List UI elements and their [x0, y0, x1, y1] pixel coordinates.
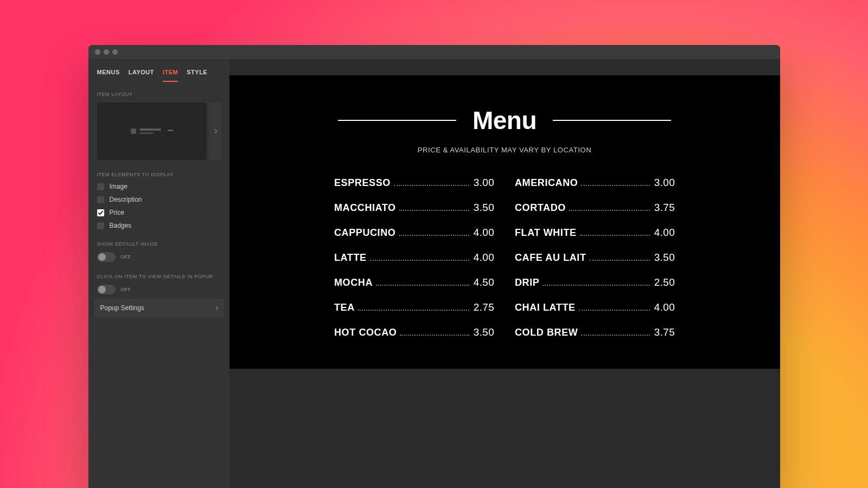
- menu-item[interactable]: CAFE AU LAIT3.50: [515, 252, 675, 264]
- menu-item-price: 3.75: [654, 202, 675, 214]
- menu-item-dots: [358, 310, 469, 311]
- menu-item-dots: [542, 285, 649, 286]
- menu-item-price: 4.00: [474, 227, 494, 239]
- menu-item[interactable]: LATTE4.00: [334, 252, 494, 264]
- tab-item[interactable]: ITEM: [163, 69, 178, 82]
- menu-item-price: 3.75: [654, 326, 675, 338]
- menu-item-dots: [590, 260, 650, 261]
- menu-item[interactable]: DRIP2.50: [515, 277, 675, 288]
- menu-item-dots: [400, 335, 469, 336]
- menu-item-name: CAFE AU LAIT: [515, 252, 586, 264]
- menu-item-dots: [581, 185, 649, 186]
- menu-item[interactable]: AMERICANO3.00: [515, 177, 675, 189]
- menu-item-name: TEA: [334, 302, 355, 313]
- layout-preview-graphic: [131, 129, 173, 134]
- sidebar: MENUSLAYOUTITEMSTYLE ITEM LAYOUT: [88, 59, 229, 488]
- checkbox-label: Price: [110, 209, 124, 216]
- item-layout-option[interactable]: [97, 102, 207, 160]
- window-dot-min[interactable]: [104, 49, 109, 55]
- section-item-layout: ITEM LAYOUT: [88, 82, 229, 162]
- window-dot-max[interactable]: [112, 49, 118, 55]
- default-image-toggle[interactable]: [97, 252, 116, 262]
- menu-columns: ESPRESSO3.00MACCHIATO3.50CAPPUCINO4.00LA…: [257, 177, 753, 338]
- checkbox-price[interactable]: Price: [97, 209, 221, 216]
- popup-settings-label: Popup Settings: [100, 304, 144, 312]
- popup-toggle-state: OFF: [121, 287, 131, 292]
- popup-toggle[interactable]: [97, 285, 116, 294]
- menu-item-name: AMERICANO: [515, 177, 578, 189]
- menu-column: ESPRESSO3.00MACCHIATO3.50CAPPUCINO4.00LA…: [334, 177, 494, 338]
- menu-rule-left: [338, 120, 456, 121]
- menu-item[interactable]: CHAI LATTE4.00: [515, 301, 675, 313]
- checkbox-description[interactable]: Description: [97, 196, 221, 203]
- menu-item-name: ESPRESSO: [334, 177, 391, 189]
- menu-item[interactable]: HOT COCAO3.50: [334, 326, 494, 338]
- window-titlebar: [88, 45, 780, 59]
- preview-canvas: Menu PRICE & AVAILABILITY MAY VARY BY LO…: [229, 59, 780, 488]
- window-dot-close[interactable]: [95, 49, 100, 55]
- menu-item-price: 4.50: [474, 277, 494, 288]
- menu-item[interactable]: MOCHA4.50: [334, 277, 494, 288]
- checkbox-box: [97, 196, 104, 203]
- menu-item-dots: [394, 185, 469, 186]
- menu-title: Menu: [473, 106, 537, 135]
- menu-item-price: 3.00: [654, 177, 675, 189]
- checkbox-image[interactable]: Image: [97, 183, 221, 190]
- menu-item-name: CAPPUCINO: [334, 227, 395, 239]
- menu-item-dots: [399, 235, 469, 236]
- sidebar-tabs: MENUSLAYOUTITEMSTYLE: [88, 59, 229, 82]
- menu-item-name: CORTADO: [515, 202, 566, 214]
- chevron-right-icon: [212, 129, 216, 133]
- checkbox-box: [97, 183, 104, 190]
- section-label-item-layout: ITEM LAYOUT: [97, 92, 221, 97]
- menu-item-dots: [569, 210, 650, 211]
- checkbox-label: Badges: [110, 222, 132, 229]
- item-layout-next-button[interactable]: [209, 102, 221, 160]
- canvas-spacer: [229, 59, 780, 75]
- menu-item-price: 3.50: [474, 326, 494, 338]
- menu-item[interactable]: ESPRESSO3.00: [334, 177, 494, 189]
- menu-item-name: FLAT WHITE: [515, 227, 577, 239]
- menu-item[interactable]: FLAT WHITE4.00: [515, 227, 675, 239]
- menu-item-dots: [581, 335, 649, 336]
- menu-item-price: 3.50: [474, 202, 494, 214]
- menu-item-name: LATTE: [334, 252, 367, 264]
- menu-item[interactable]: CAPPUCINO4.00: [334, 227, 494, 239]
- section-label-popup: CLICK ON ITEM TO VIEW DETAILS IN POPUP: [97, 274, 221, 279]
- menu-item-dots: [399, 210, 469, 211]
- app-body: MENUSLAYOUTITEMSTYLE ITEM LAYOUT: [88, 59, 780, 488]
- checkbox-label: Image: [110, 183, 127, 190]
- tab-menus[interactable]: MENUS: [97, 69, 120, 82]
- checkbox-label: Description: [110, 196, 142, 203]
- tab-layout[interactable]: LAYOUT: [129, 69, 154, 82]
- elements-checklist: ImageDescriptionPriceBadges: [97, 183, 221, 229]
- menu-item-price: 4.00: [474, 252, 494, 264]
- menu-item[interactable]: MACCHIATO3.50: [334, 202, 494, 214]
- menu-item-dots: [370, 260, 469, 261]
- menu-item[interactable]: TEA2.75: [334, 301, 494, 313]
- menu-item-name: COLD BREW: [515, 327, 578, 338]
- menu-item-name: HOT COCAO: [334, 327, 397, 338]
- menu-item-dots: [580, 235, 650, 236]
- menu-item-price: 3.50: [654, 252, 675, 264]
- checkbox-box: [97, 222, 104, 229]
- section-label-default-image: SHOW DEFAULT IMAGE: [97, 241, 221, 247]
- menu-subtitle: PRICE & AVAILABILITY MAY VARY BY LOCATIO…: [257, 146, 753, 154]
- menu-item-name: DRIP: [515, 277, 539, 288]
- tab-style[interactable]: STYLE: [187, 69, 207, 82]
- menu-item[interactable]: CORTADO3.75: [515, 202, 675, 214]
- menu-item-name: CHAI LATTE: [515, 302, 576, 313]
- section-item-elements: ITEM ELEMENTS TO DISPLAY ImageDescriptio…: [88, 162, 229, 232]
- menu-item[interactable]: COLD BREW3.75: [515, 326, 675, 338]
- app-window: MENUSLAYOUTITEMSTYLE ITEM LAYOUT: [88, 45, 780, 488]
- section-default-image: SHOW DEFAULT IMAGE OFF: [88, 232, 229, 264]
- default-image-toggle-row: OFF: [97, 252, 221, 262]
- menu-header: Menu: [257, 106, 753, 135]
- popup-settings-button[interactable]: Popup Settings: [94, 299, 224, 317]
- menu-item-name: MACCHIATO: [334, 202, 396, 214]
- section-label-elements: ITEM ELEMENTS TO DISPLAY: [97, 172, 221, 177]
- menu-column: AMERICANO3.00CORTADO3.75FLAT WHITE4.00CA…: [515, 177, 675, 338]
- checkbox-badges[interactable]: Badges: [97, 222, 221, 229]
- menu-item-price: 2.75: [474, 301, 494, 313]
- checkbox-box: [97, 209, 104, 216]
